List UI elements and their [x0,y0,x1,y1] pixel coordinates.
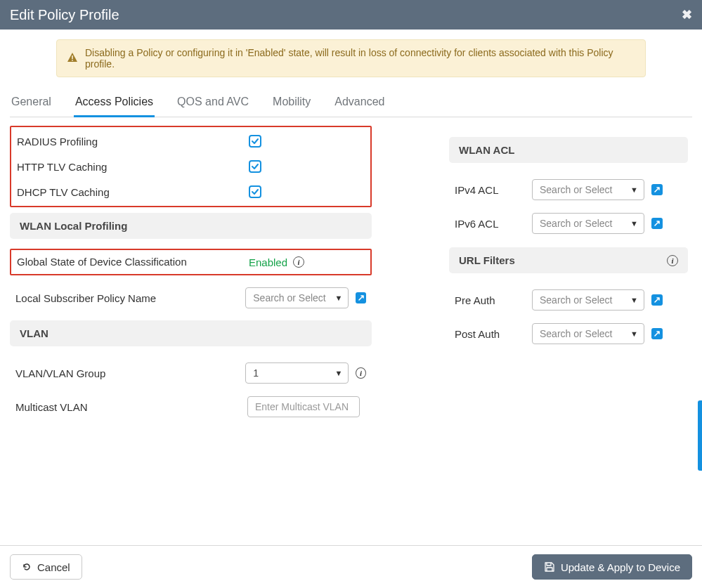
post-auth-label: Post Auth [455,328,532,340]
tab-bar: General Access Policies QOS and AVC Mobi… [10,90,692,117]
local-subscriber-policy-name-label: Local Subscriber Policy Name [15,292,226,304]
radius-profiling-checkbox[interactable] [249,135,261,148]
pre-auth-label: Pre Auth [455,294,532,306]
warning-icon [67,52,78,65]
pre-auth-select[interactable]: Search or Select ▼ [532,289,644,311]
select-placeholder: Search or Select [253,292,326,303]
update-apply-button-label: Update & Apply to Device [561,561,680,573]
side-accent-strip [698,400,702,471]
chevron-down-icon: ▼ [630,185,638,194]
multicast-vlan-input[interactable] [247,396,360,417]
ipv6-acl-select[interactable]: Search or Select ▼ [532,213,644,234]
url-filters-header: URL Filters i [449,247,688,273]
save-icon [544,561,555,573]
post-auth-select[interactable]: Search or Select ▼ [532,323,644,344]
wlan-local-profiling-header-text: WLAN Local Profiling [20,220,127,232]
vlan-header: VLAN [10,320,372,346]
popout-icon[interactable] [651,218,663,229]
http-tlv-caching-checkbox[interactable] [249,160,261,173]
dhcp-tlv-caching-checkbox[interactable] [249,185,261,198]
wlan-acl-header-text: WLAN ACL [459,144,514,156]
chevron-down-icon: ▼ [630,329,638,338]
dhcp-tlv-caching-label: DHCP TLV Caching [17,186,228,198]
modal-titlebar: Edit Policy Profile ✖ [0,0,702,30]
chevron-down-icon: ▼ [335,294,343,302]
select-placeholder: Search or Select [540,184,613,195]
tab-general[interactable]: General [10,90,53,117]
info-icon[interactable]: i [667,255,678,266]
vlan-vlan-group-select[interactable]: 1 ▼ [245,362,349,384]
chevron-down-icon: ▼ [630,296,638,304]
svg-rect-0 [72,55,73,59]
tab-access-policies[interactable]: Access Policies [74,90,155,117]
radius-profiling-label: RADIUS Profiling [17,136,228,148]
url-filters-header-text: URL Filters [459,254,515,266]
cancel-button[interactable]: Cancel [10,554,82,580]
close-icon[interactable]: ✖ [682,7,692,22]
chevron-down-icon: ▼ [630,219,638,228]
info-icon[interactable]: i [293,256,304,268]
global-state-device-classification-label: Global State of Device Classification [17,256,228,268]
modal-title: Edit Policy Profile [10,7,119,23]
popout-icon[interactable] [651,184,663,195]
warning-text: Disabling a Policy or configuring it in … [85,47,635,70]
global-state-device-classification-value: Enabled [249,256,287,268]
ipv4-acl-label: IPv4 ACL [455,184,532,196]
ipv4-acl-select[interactable]: Search or Select ▼ [532,179,644,200]
popout-icon[interactable] [651,294,663,306]
popout-icon[interactable] [651,328,663,339]
wlan-local-profiling-header: WLAN Local Profiling [10,213,372,239]
wlan-acl-header: WLAN ACL [449,137,688,163]
tab-mobility[interactable]: Mobility [271,90,312,117]
vlan-header-text: VLAN [20,327,48,339]
profiling-highlight-box: RADIUS Profiling HTTP TLV Caching DHCP T… [10,126,372,207]
ipv6-acl-label: IPv6 ACL [455,218,532,230]
http-tlv-caching-label: HTTP TLV Caching [17,161,228,173]
popout-icon[interactable] [356,292,366,303]
undo-icon [22,562,32,572]
tab-advanced[interactable]: Advanced [333,90,386,117]
warning-banner: Disabling a Policy or configuring it in … [56,39,646,77]
modal-footer: Cancel Update & Apply to Device [0,545,702,588]
chevron-down-icon: ▼ [334,369,342,377]
cancel-button-label: Cancel [37,561,70,573]
device-classification-highlight-box: Global State of Device Classification En… [10,249,372,275]
svg-rect-1 [72,60,73,61]
local-subscriber-policy-name-select[interactable]: Search or Select ▼ [245,287,349,308]
select-placeholder: Search or Select [540,328,613,339]
select-value: 1 [253,367,259,379]
update-apply-button[interactable]: Update & Apply to Device [532,554,692,580]
select-placeholder: Search or Select [540,294,613,306]
info-icon[interactable]: i [356,367,366,379]
vlan-vlan-group-label: VLAN/VLAN Group [15,367,226,379]
multicast-vlan-label: Multicast VLAN [15,401,226,413]
select-placeholder: Search or Select [540,218,613,229]
tab-qos-and-avc[interactable]: QOS and AVC [176,90,250,117]
